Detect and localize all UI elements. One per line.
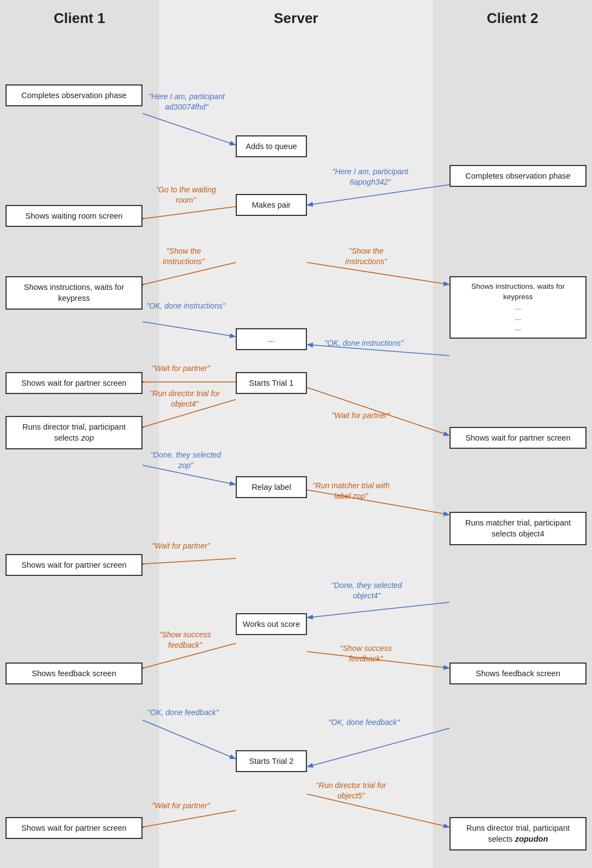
msg-wait-partner-3: "Wait for partner"	[145, 541, 217, 551]
msg-show-instructions-right: "Show the instructions"	[328, 246, 405, 267]
msg-here-i-am-client2: "Here I am, participant 6apogh342"	[325, 167, 415, 187]
svg-line-17	[308, 728, 449, 767]
col-header-server: Server	[159, 10, 433, 27]
msg-ok-done-feedback-left: "OK, done feedback"	[145, 707, 221, 718]
box-instructions-client2: Shows instructions, waits for keypress..…	[449, 276, 587, 339]
msg-show-success-feedback-left: "Show success feedback"	[145, 630, 225, 650]
box-relay-label: Relay label	[236, 476, 307, 498]
box-ellipsis: ...	[236, 328, 307, 350]
box-starts-trial1: Starts Trial 1	[236, 372, 307, 394]
msg-run-matcher-trial: "Run matcher trial with label zop"	[309, 481, 394, 501]
box-feedback-client2: Shows feedback screen	[449, 663, 587, 684]
svg-line-5	[143, 322, 235, 336]
box-completes-obs-client2: Completes observation phase	[449, 165, 587, 187]
box-wait-partner-client1-2: Shows wait for partner screen	[5, 554, 143, 576]
col-header-client1: Client 1	[0, 10, 159, 27]
msg-ok-done-feedback-right: "OK, done feedback"	[326, 717, 402, 728]
msg-done-selected-zop: "Done, they selected zop"	[145, 450, 226, 471]
box-makes-pair: Makes pair	[236, 194, 307, 216]
msg-ok-done-instructions-left: "OK, done instructions"	[145, 301, 226, 311]
msg-done-selected-object4: "Done, they selected object4"	[326, 580, 407, 601]
diagram-container: Client 1 Server Client 2	[0, 0, 592, 868]
col-headers: Client 1 Server Client 2	[0, 0, 592, 32]
box-waiting-room-client1: Shows waiting room screen	[5, 205, 143, 227]
box-instructions-client1: Shows instructions, waits for keypress	[5, 276, 143, 310]
msg-wait-partner-1: "Wait for partner"	[145, 363, 217, 374]
box-director-trial-client2: Runs director trial, participant selects…	[449, 817, 587, 850]
msg-show-instructions-left: "Show the instructions"	[145, 246, 222, 267]
box-adds-queue: Adds to queue	[236, 135, 307, 157]
svg-line-13	[308, 602, 449, 618]
box-matcher-trial-client2: Runs matcher trial, participant selects …	[449, 512, 587, 545]
msg-run-director-trial: "Run director trial for object4"	[144, 389, 225, 409]
box-wait-partner-client1-1: Shows wait for partner screen	[5, 372, 143, 394]
svg-line-1	[144, 207, 236, 219]
box-works-score: Works out score	[236, 613, 307, 635]
box-starts-trial2: Starts Trial 2	[236, 750, 307, 772]
content-area: Completes observation phase Shows waitin…	[0, 32, 592, 860]
msg-wait-partner-2: "Wait for partner"	[325, 410, 396, 421]
msg-run-director-trial-obj5: "Run director trial for object5"	[309, 780, 394, 801]
svg-line-16	[143, 720, 235, 758]
box-wait-partner-client1-3: Shows wait for partner screen	[5, 817, 143, 839]
svg-line-2	[308, 185, 449, 205]
box-director-trial-client1: Runs director trial, participant selects…	[5, 416, 143, 449]
box-feedback-client1: Shows feedback screen	[5, 663, 143, 684]
msg-show-success-feedback-right: "Show success feedback"	[326, 643, 406, 664]
col-header-client2: Client 2	[433, 10, 592, 27]
msg-ok-done-instructions-right: "OK, done instructions"	[323, 338, 405, 349]
box-wait-partner-client2-1: Shows wait for partner screen	[449, 427, 587, 449]
svg-line-0	[143, 113, 235, 145]
svg-line-18	[144, 810, 236, 827]
msg-wait-partner-4: "Wait for partner"	[145, 801, 217, 811]
msg-here-i-am-client1: "Here I am, participant ad30074fhd"	[144, 92, 229, 112]
box-completes-obs-client1: Completes observation phase	[5, 84, 143, 106]
svg-line-12	[144, 558, 236, 564]
msg-go-waiting-room: "Go to the waiting room"	[145, 185, 226, 205]
